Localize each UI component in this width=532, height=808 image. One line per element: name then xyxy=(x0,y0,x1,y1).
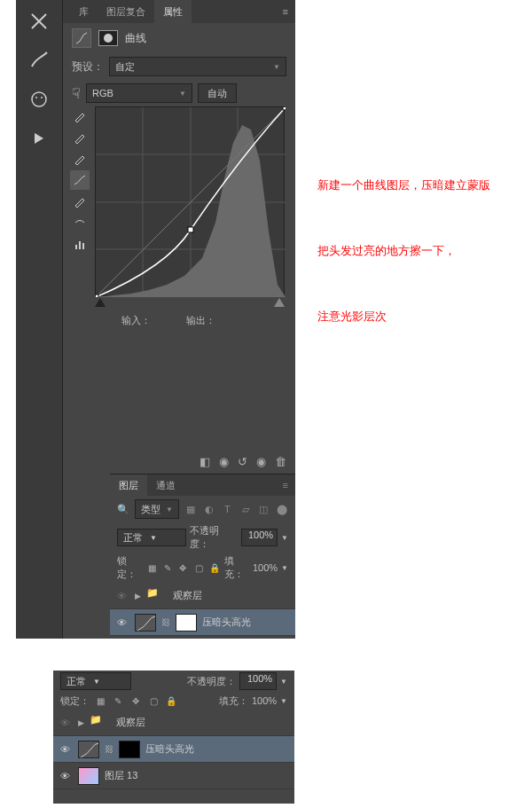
layer-name: 压暗头高光 xyxy=(202,616,251,629)
finger-icon[interactable]: ☟ xyxy=(72,85,81,102)
folder-icon: 📁 xyxy=(90,714,111,732)
lock-transparency-icon[interactable]: ▦ xyxy=(93,694,107,708)
histogram-tool-icon[interactable] xyxy=(70,234,90,254)
svg-point-2 xyxy=(41,97,43,98)
lock-paint-icon[interactable]: ✎ xyxy=(161,561,174,575)
lock-transparency-icon[interactable]: ▦ xyxy=(145,561,158,575)
lock-artboard-icon[interactable]: ▢ xyxy=(192,561,205,575)
crossed-tools-icon[interactable] xyxy=(21,4,57,39)
tab-library[interactable]: 库 xyxy=(70,0,98,23)
layer-curves-row[interactable]: 👁 ⛓ 压暗头高光 xyxy=(110,609,295,636)
curve-tool-column xyxy=(70,106,90,255)
fill-input[interactable]: 100% xyxy=(253,562,278,573)
blend-mode-select[interactable]: 正常 ▼ xyxy=(117,529,186,546)
svg-rect-15 xyxy=(283,107,286,110)
panel-menu-icon[interactable]: ≡ xyxy=(276,480,295,490)
visibility-icon[interactable]: ◉ xyxy=(256,455,266,468)
filter-adjust-icon[interactable]: ◐ xyxy=(203,501,216,517)
reset-icon[interactable]: ↺ xyxy=(238,455,247,468)
brush-tool-icon[interactable] xyxy=(21,43,57,78)
fill-label: 填充： xyxy=(224,554,249,581)
layer-name: 观察层 xyxy=(173,589,202,602)
preset-select[interactable]: 自定 ▼ xyxy=(109,57,286,76)
tab-properties[interactable]: 属性 xyxy=(154,0,192,23)
layers-panel: 图层 通道 ≡ 🔍 类型▼ ▦ ◐ T ▱ ◫ ⬤ 正常 ▼ 不透明度： 100… xyxy=(110,474,295,639)
view-previous-icon[interactable]: ◉ xyxy=(219,455,229,468)
curves-header: 曲线 xyxy=(63,23,295,53)
eyedropper-black-icon[interactable] xyxy=(70,106,90,126)
auto-button[interactable]: 自动 xyxy=(198,83,237,103)
curves-title-label: 曲线 xyxy=(125,31,146,46)
trash-icon[interactable]: 🗑 xyxy=(275,455,286,468)
layer-photo-row[interactable]: 👁 图层 13 xyxy=(53,763,294,789)
curves-adjustment-icon[interactable] xyxy=(72,28,91,48)
filter-toggle-icon[interactable]: ⬤ xyxy=(276,501,289,517)
lock-position-icon[interactable]: ✥ xyxy=(177,561,190,575)
clip-to-layer-icon[interactable]: ◧ xyxy=(200,455,210,468)
lock-all-icon[interactable]: 🔒 xyxy=(164,694,178,708)
opacity-input[interactable]: 100% xyxy=(241,529,278,546)
filter-smart-icon[interactable]: ◫ xyxy=(257,501,270,517)
filter-kind-select[interactable]: 类型▼ xyxy=(135,499,179,519)
curves-thumb-icon xyxy=(135,614,156,631)
filter-type-icon[interactable]: T xyxy=(221,501,234,517)
blend-mode-row: 正常 ▼ 不透明度： 100% ▼ xyxy=(110,522,295,553)
tab-layers[interactable]: 图层 xyxy=(110,475,147,496)
svg-rect-13 xyxy=(96,294,98,297)
visibility-toggle-icon[interactable]: 👁 xyxy=(57,741,73,757)
annotation-3: 注意光影层次 xyxy=(317,309,490,325)
filter-pixel-icon[interactable]: ▦ xyxy=(184,501,198,517)
opacity-label: 不透明度： xyxy=(187,675,236,688)
tab-channels[interactable]: 通道 xyxy=(147,475,184,496)
expand-arrow-icon[interactable]: ▶ xyxy=(78,718,84,727)
blend-mode-select[interactable]: 正常 ▼ xyxy=(60,672,131,690)
lock-paint-icon[interactable]: ✎ xyxy=(111,694,125,708)
black-point-slider[interactable] xyxy=(95,298,106,307)
tab-layercomp[interactable]: 图层复合 xyxy=(98,0,154,23)
panel-tabbar: 库 图层复合 属性 ≡ xyxy=(63,0,295,23)
opacity-input[interactable]: 100% xyxy=(239,672,277,690)
face-tool-icon[interactable] xyxy=(21,82,57,117)
fill-label: 填充： xyxy=(219,694,248,708)
channel-row: ☟ RGB ▼ 自动 xyxy=(63,80,295,106)
layer-group-row[interactable]: 👁 ▶ 📁 观察层 xyxy=(110,583,295,609)
channel-select[interactable]: RGB ▼ xyxy=(86,83,192,103)
visibility-toggle-icon[interactable]: 👁 xyxy=(113,615,129,631)
svg-point-1 xyxy=(35,97,37,98)
tool-column xyxy=(16,0,63,639)
link-icon[interactable]: ⛓ xyxy=(161,617,170,627)
mask-thumb-icon xyxy=(119,741,140,758)
layer-curves-row[interactable]: 👁 ⛓ 压暗头高光 xyxy=(53,736,294,763)
chevron-down-icon: ▼ xyxy=(273,63,280,71)
layer-group-row[interactable]: 👁 ▶ 📁 观察层 xyxy=(53,710,294,736)
visibility-toggle-icon[interactable]: 👁 xyxy=(57,768,73,784)
smooth-tool-icon[interactable] xyxy=(70,213,90,232)
expand-arrow-icon[interactable]: ▶ xyxy=(135,592,141,600)
input-label: 输入： xyxy=(121,314,151,327)
panel-menu-icon[interactable]: ≡ xyxy=(283,6,288,17)
curve-point-tool-icon[interactable] xyxy=(70,170,90,190)
visibility-toggle-icon[interactable]: 👁 xyxy=(57,715,73,731)
play-icon[interactable] xyxy=(21,121,57,156)
visibility-toggle-icon[interactable]: 👁 xyxy=(113,588,129,604)
pencil-tool-icon[interactable] xyxy=(70,192,90,211)
search-icon[interactable]: 🔍 xyxy=(117,504,129,515)
svg-rect-5 xyxy=(82,243,84,249)
blend-mode-value: 正常 xyxy=(123,531,143,545)
link-icon[interactable]: ⛓ xyxy=(105,744,113,754)
annotations: 新建一个曲线图层，压暗建立蒙版 把头发过亮的地方擦一下， 注意光影层次 xyxy=(317,177,490,375)
curve-editor[interactable] xyxy=(95,106,285,296)
annotation-1: 新建一个曲线图层，压暗建立蒙版 xyxy=(317,177,490,193)
lock-label: 锁定： xyxy=(117,554,142,581)
eyedropper-white-icon[interactable] xyxy=(70,149,90,169)
eyedropper-gray-icon[interactable] xyxy=(70,128,90,147)
lock-row-2: 锁定： ▦ ✎ ✥ ▢ 🔒 填充： 100% ▼ xyxy=(53,692,294,710)
filter-shape-icon[interactable]: ▱ xyxy=(239,501,253,517)
lock-position-icon[interactable]: ✥ xyxy=(129,694,143,708)
mask-icon[interactable] xyxy=(98,30,118,46)
fill-input[interactable]: 100% xyxy=(252,695,277,706)
lock-artboard-icon[interactable]: ▢ xyxy=(146,694,160,708)
white-point-slider[interactable] xyxy=(274,298,285,307)
channel-value: RGB xyxy=(92,88,113,98)
lock-all-icon[interactable]: 🔒 xyxy=(208,561,221,575)
